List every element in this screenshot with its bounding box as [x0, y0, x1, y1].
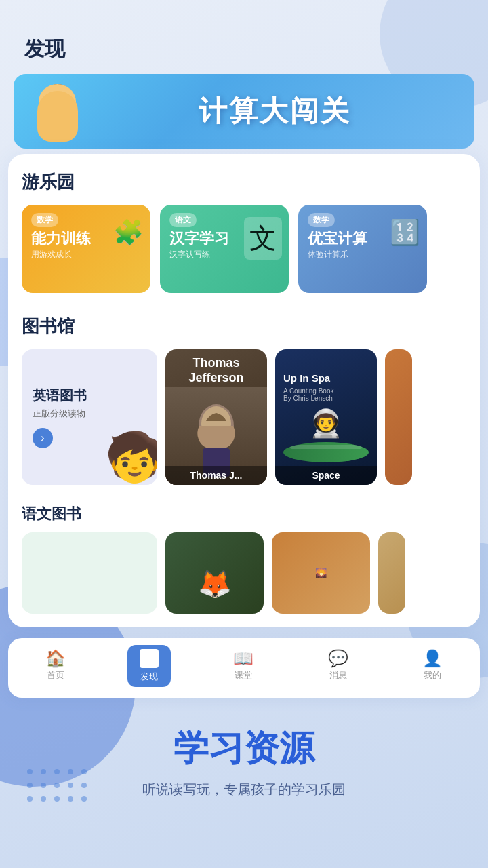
playground-row: 数学 能力训练 用游戏成长 🧩 语文 汉字学习 汉字认写练 文 数学 优宝计算 …	[22, 205, 466, 296]
page-title: 发现	[0, 0, 488, 74]
cn-books-row: 🦊 🌄	[22, 532, 466, 614]
nav-label-profile: 我的	[424, 669, 441, 682]
profile-icon: 👤	[422, 650, 443, 667]
feat-title: 英语图书	[33, 387, 146, 405]
game-icon-0: 🧩	[113, 218, 144, 247]
tj-book-title: ThomasJefferson	[165, 356, 267, 385]
library-section-title: 图书馆	[22, 315, 466, 338]
cn-book-tan[interactable]	[378, 532, 405, 614]
promo-dots	[27, 769, 91, 806]
game-desc-0: 用游戏成长	[31, 249, 141, 260]
nav-item-messages[interactable]: 💬 消息	[316, 646, 361, 686]
game-desc-2: 体验计算乐	[308, 249, 418, 260]
bottom-nav: 🏠 首页 发现 📖 课堂 💬 消息 👤 我的	[8, 638, 480, 698]
feat-arrow[interactable]: ›	[33, 428, 53, 448]
nav-label-discover: 发现	[140, 671, 158, 683]
nav-item-classroom[interactable]: 📖 课堂	[221, 646, 266, 686]
book-card-thomas-jefferson[interactable]: ThomasJefferson Thomas J...	[165, 349, 267, 485]
banner-character	[27, 81, 88, 142]
nav-item-discover[interactable]: 发现	[127, 645, 171, 687]
nav-label-home: 首页	[47, 669, 64, 682]
feat-desc: 正版分级读物	[33, 408, 146, 420]
banner[interactable]: 计算大闯关	[14, 74, 474, 149]
book-card-english-featured[interactable]: 英语图书 正版分级读物 › 🧒	[22, 349, 157, 485]
feat-character-icon: 🧒	[105, 429, 157, 485]
space-book-label: Space	[275, 466, 377, 485]
game-card-ability[interactable]: 数学 能力训练 用游戏成长 🧩	[22, 205, 150, 293]
promo-title: 学习资源	[20, 725, 468, 772]
game-tag-0: 数学	[31, 213, 58, 227]
space-book-inner: Up In Spa A Counting BookBy Chris Lensch…	[275, 349, 377, 485]
game-tag-2: 数学	[308, 213, 335, 227]
cn-book-featured[interactable]	[22, 532, 157, 614]
home-icon: 🏠	[45, 650, 66, 667]
nav-item-home[interactable]: 🏠 首页	[33, 646, 78, 686]
banner-title: 计算大闯关	[88, 92, 461, 130]
cn-library-section-title: 语文图书	[22, 498, 466, 524]
tj-title-overlay: ThomasJefferson	[165, 356, 267, 385]
main-card: 游乐园 数学 能力训练 用游戏成长 🧩 语文 汉字学习 汉字认写练 文 数学 优…	[8, 154, 480, 627]
game-tag-1: 语文	[169, 213, 197, 227]
space-astronaut-icon: 👨‍🚀	[309, 408, 343, 439]
discover-icon	[140, 649, 159, 668]
space-book-title: Up In Spa	[283, 372, 369, 385]
promo-section: 学习资源 听说读写玩，专属孩子的学习乐园	[0, 698, 488, 819]
nav-label-messages: 消息	[329, 669, 347, 682]
tj-book-label: Thomas J...	[165, 466, 267, 485]
game-icon-2: 🔢	[390, 218, 420, 247]
nav-label-classroom: 课堂	[235, 669, 252, 682]
cn-book-dark-image: 🦊	[165, 559, 264, 610]
arrow-icon: ›	[41, 432, 44, 444]
space-planet	[283, 442, 369, 462]
cn-book-warm[interactable]: 🌄	[272, 532, 370, 614]
playground-section-title: 游乐园	[22, 170, 466, 194]
game-icon-1: 文	[244, 217, 282, 260]
library-row: 英语图书 正版分级读物 › 🧒 ThomasJefferson Th	[22, 349, 466, 488]
nav-item-profile[interactable]: 👤 我的	[410, 646, 455, 686]
classroom-icon: 📖	[233, 650, 253, 667]
game-card-hanzi[interactable]: 语文 汉字学习 汉字认写练 文	[160, 205, 289, 293]
game-card-calc[interactable]: 数学 优宝计算 体验计算乐 🔢	[298, 205, 427, 293]
cn-book-dark[interactable]: 🦊	[165, 532, 264, 614]
book-card-space[interactable]: Up In Spa A Counting BookBy Chris Lensch…	[275, 349, 377, 485]
banner-wrapper: 计算大闯关	[0, 74, 488, 149]
space-book-sub: A Counting BookBy Chris Lensch	[283, 387, 369, 402]
cn-book-warm-label: 🌄	[310, 562, 332, 584]
messages-icon: 💬	[328, 650, 348, 667]
book-card-partial[interactable]	[385, 349, 412, 485]
